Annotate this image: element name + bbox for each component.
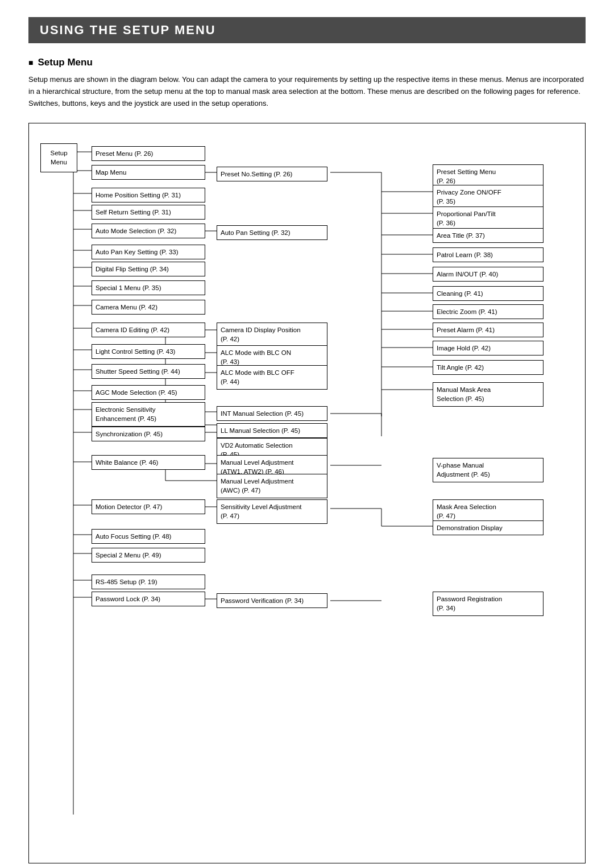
col1-shutter-speed: Shutter Speed Setting (P. 44) (92, 364, 205, 379)
col3-preset-alarm: Preset Alarm (P. 41) (433, 323, 544, 337)
col2-int-manual: INT Manual Selection (P. 45) (217, 406, 327, 421)
root-node: Setup Menu (40, 143, 77, 172)
col1-electronic-sens: Electronic SensitivityEnhancement (P. 45… (92, 402, 205, 426)
col1-camera-menu: Camera Menu (P. 42) (92, 300, 205, 315)
col1-auto-mode: Auto Mode Selection (P. 32) (92, 224, 205, 238)
col3-electric-zoom: Electric Zoom (P. 41) (433, 304, 544, 319)
diagram-inner: Setup Menu Preset Menu (P. 26) Map Menu … (35, 135, 579, 852)
col2-ll-manual: LL Manual Selection (P. 45) (217, 423, 327, 438)
col3-image-hold: Image Hold (P. 42) (433, 341, 544, 356)
root-label: Setup Menu (50, 150, 67, 166)
col1-camera-id-edit: Camera ID Editing (P. 42) (92, 323, 205, 337)
col1-light-control: Light Control Setting (P. 43) (92, 344, 205, 359)
col2-preset-no: Preset No.Setting (P. 26) (217, 167, 327, 181)
page-header: USING THE SETUP MENU (28, 17, 586, 43)
col2-auto-pan-setting: Auto Pan Setting (P. 32) (217, 225, 327, 240)
col3-alarm-inout: Alarm IN/OUT (P. 40) (433, 267, 544, 282)
col1-home-pos: Home Position Setting (P. 31) (92, 188, 205, 202)
col1-synchronization: Synchronization (P. 45) (92, 427, 205, 441)
intro-text: Setup menus are shown in the diagram bel… (28, 74, 586, 109)
col3-privacy-zone: Privacy Zone ON/OFF(P. 35) (433, 185, 544, 209)
col1-white-balance: White Balance (P. 46) (92, 455, 205, 470)
col3-patrol-learn: Patrol Learn (P. 38) (433, 247, 544, 262)
col1-special1: Special 1 Menu (P. 35) (92, 280, 205, 295)
col3-demonstration: Demonstration Display (433, 520, 544, 535)
diagram: Setup Menu Preset Menu (P. 26) Map Menu … (28, 123, 586, 863)
col3-area-title: Area Title (P. 37) (433, 228, 544, 243)
col3-proportional-pan: Proportional Pan/Tilt(P. 36) (433, 206, 544, 230)
page-title: USING THE SETUP MENU (40, 23, 574, 38)
col1-auto-pan-key: Auto Pan Key Setting (P. 33) (92, 245, 205, 259)
col3-password-registration: Password Registration(P. 34) (433, 592, 544, 615)
col1-motion-detector: Motion Detector (P. 47) (92, 499, 205, 514)
col1-agc-mode: AGC Mode Selection (P. 45) (92, 385, 205, 400)
col3-vphase-manual: V-phase ManualAdjustment (P. 45) (433, 458, 544, 482)
col1-map-menu: Map Menu (92, 165, 205, 180)
col1-auto-focus: Auto Focus Setting (P. 48) (92, 529, 205, 544)
col1-special2: Special 2 Menu (P. 49) (92, 548, 205, 563)
col2-camera-id-display: Camera ID Display Position(P. 42) (217, 323, 327, 346)
col3-manual-mask-area: Manual Mask AreaSelection (P. 45) (433, 382, 544, 406)
section-title: Setup Menu (28, 57, 586, 68)
col1-preset-menu: Preset Menu (P. 26) (92, 146, 205, 161)
col3-tilt-angle: Tilt Angle (P. 42) (433, 360, 544, 375)
col3-cleaning: Cleaning (P. 41) (433, 286, 544, 301)
col1-self-return: Self Return Setting (P. 31) (92, 205, 205, 220)
col2-alc-blc-off: ALC Mode with BLC OFF(P. 44) (217, 365, 327, 389)
col2-manual-level-awc: Manual Level Adjustment(AWC) (P. 47) (217, 474, 327, 498)
col1-digital-flip: Digital Flip Setting (P. 34) (92, 262, 205, 276)
col2-sensitivity-level: Sensitivity Level Adjustment(P. 47) (217, 499, 327, 523)
col1-rs485: RS-485 Setup (P. 19) (92, 574, 205, 589)
col3-mask-area-selection: Mask Area Selection(P. 47) (433, 499, 544, 523)
col2-password-verify: Password Verification (P. 34) (217, 593, 327, 608)
col1-password-lock: Password Lock (P. 34) (92, 592, 205, 606)
